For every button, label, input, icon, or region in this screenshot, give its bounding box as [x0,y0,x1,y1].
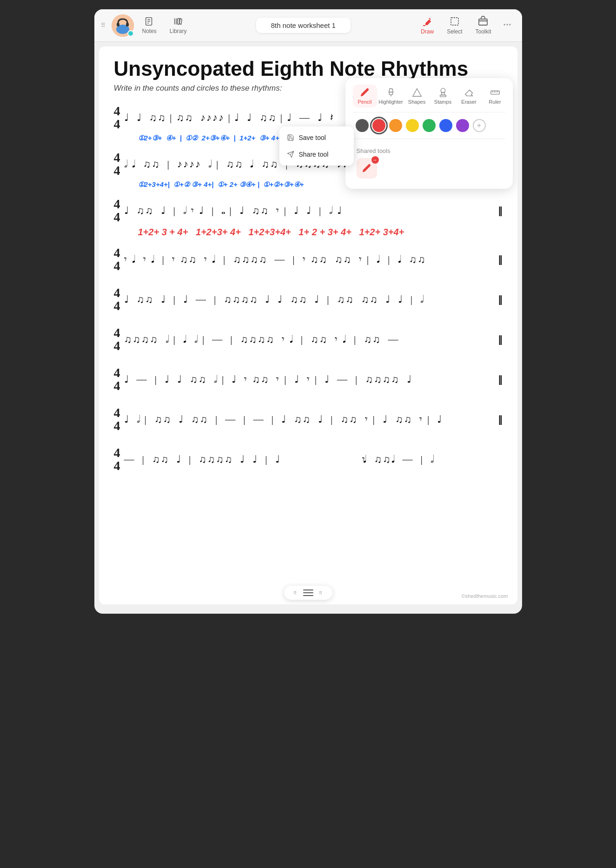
shapes-icon [412,87,422,98]
bottom-bar: ⠿ ⠿ [284,586,332,600]
top-bar: ⠿ [94,9,522,42]
hamburger-menu[interactable] [303,590,313,596]
time-sig-9: 44 [114,446,120,472]
music-row-5: 44 ♩ ♫♫ ♩ | ♩ — | ♫♫♫♫ ♩ ♩ ♫♫ ♩ | ♫♫ ♫♫ … [114,283,503,316]
music-symbols-7: ♩ — | ♩ ♩ ♫♫ 𝅗𝅥 | ♩ 𝄾 ♫♫ 𝄾 | ♩ 𝄾 | ♩ — |… [124,373,496,385]
shared-pencil-tool[interactable]: − [357,158,377,179]
color-swatch-red[interactable] [372,119,385,132]
shared-pencil-icon [362,163,372,173]
tools-row: Pencil Highlighter Shapes [353,85,505,107]
time-sig-7: 44 [114,366,120,392]
more-options-button[interactable] [499,17,516,34]
nav-toolkit[interactable]: Toolkit [470,13,497,38]
tab-title-bar: 8th note worksheet 1 [195,18,412,33]
more-icon [503,20,512,29]
music-row-3: 44 ♩ ♫♫ ♩ | 𝅗𝅥 𝄾 ♩ | 𝅝 | ♩ ♫♫ 𝄾 | ♩ ♩ | … [114,194,503,227]
nav-notes[interactable]: Notes [138,13,161,37]
nav-notes-label: Notes [142,28,157,34]
time-sig-6: 44 [114,326,120,352]
music-symbols-6: ♫♫♫♫ 𝅗𝅥 | ♩ 𝅗𝅥 | — | ♫♫♫♫ 𝄾 ♩ | ♫♫ 𝄾 ♩ |… [124,333,496,345]
highlighter-tool[interactable]: Highlighter [379,85,403,107]
nav-select[interactable]: Select [441,13,468,38]
toolkit-icon [477,16,489,27]
app-container: ⠿ [94,9,522,614]
color-swatch-purple[interactable] [456,119,469,132]
color-swatch-gray[interactable] [356,119,369,132]
ruler-tool[interactable]: Ruler [483,85,507,107]
content-area: Unsyncopated Eighth Note Rhythms Write i… [99,46,517,604]
time-sig-1: 44 [114,105,120,131]
music-row-6: 44 ♫♫♫♫ 𝅗𝅥 | ♩ 𝅗𝅥 | — | ♫♫♫♫ 𝄾 ♩ | ♫♫ 𝄾 … [114,323,503,356]
time-sig-5: 44 [114,286,120,312]
music-symbols-9: — | ♫♫ ♩ | ♫♫♫♫ ♩ ♩ | ♩ [124,453,313,465]
save-icon [287,134,294,141]
annotation-row-3: 1+2+ 3 + 4+ 1+2+3+ 4+ 1+2+3+4+ 1+ 2 + 3+… [114,227,503,238]
stamps-label: Stamps [434,99,451,105]
avatar[interactable] [112,14,134,37]
highlighter-icon [386,87,396,98]
eraser-label: Eraser [461,99,476,105]
document-tab[interactable]: 8th note worksheet 1 [256,18,351,33]
svg-point-16 [503,24,505,25]
avatar-status-badge [127,30,134,37]
double-bar-6: ‖ [498,334,503,345]
save-tool-item[interactable]: Save tool [279,129,354,146]
ruler-label: Ruler [489,99,501,105]
time-sig-8: 44 [114,406,120,432]
notes-icon [144,16,154,27]
music-symbols-8: ♩ 𝅗𝅥 | ♫♫ ♩ ♫♫ | — | — | ♩ ♫♫ ♩ | ♫♫ 𝄾 |… [124,413,496,425]
time-sig-2: 44 [114,151,120,177]
svg-marker-21 [412,89,421,97]
double-bar-5: ‖ [498,294,503,305]
draw-icon [422,16,433,27]
shapes-tool[interactable]: Shapes [405,85,429,107]
svg-rect-5 [126,23,129,27]
stamps-tool[interactable]: Stamps [431,85,455,107]
color-swatch-orange[interactable] [389,119,402,132]
time-sig-4: 44 [114,246,120,272]
nav-draw-label: Draw [421,28,434,35]
double-bar-4: ‖ [498,254,503,265]
drag-dots-left: ⠿ [293,590,298,596]
color-swatches-row: + [353,117,505,134]
music-symbols-9b: 𝄾♩ ♫♫♩ — | 𝅗𝅥 [313,453,503,465]
music-symbols-3: ♩ ♫♫ ♩ | 𝅗𝅥 𝄾 ♩ | 𝅝 | ♩ ♫♫ 𝄾 | ♩ ♩ | 𝅗𝅥 … [124,205,496,217]
share-icon [287,151,294,158]
music-symbols-4: 𝄾 ♩ 𝄾 ♩ | 𝄾 ♫♫ 𝄾 ♩ | ♫♫♫♫ — | 𝄾 ♫♫ ♫♫ 𝄾 … [124,253,496,265]
stamps-icon [438,87,448,98]
toolbar-divider [353,112,505,113]
double-bar-8: ‖ [498,414,503,425]
eraser-tool[interactable]: Eraser [457,85,481,107]
pencil-tool[interactable]: Pencil [353,85,377,107]
remove-shared-tool-button[interactable]: − [371,156,379,164]
pencil-icon [360,87,370,98]
ruler-icon [490,87,500,98]
color-swatch-yellow[interactable] [406,119,419,132]
share-tool-item[interactable]: Share tool [279,146,354,163]
music-symbols-5: ♩ ♫♫ ♩ | ♩ — | ♫♫♫♫ ♩ ♩ ♫♫ ♩ | ♫♫ ♫♫ ♩ ♩… [124,293,496,305]
svg-rect-4 [117,23,119,27]
double-bar-3: ‖ [498,205,503,216]
color-swatch-green[interactable] [423,119,436,132]
copyright: ©shedthemusic.com [462,593,508,599]
music-row-7: 44 ♩ — | ♩ ♩ ♫♫ 𝅗𝅥 | ♩ 𝄾 ♫♫ 𝄾 | ♩ 𝄾 | ♩ … [114,363,503,396]
pencil-label: Pencil [358,99,372,105]
nav-library[interactable]: Library [165,13,192,37]
toolbar-divider-2 [353,139,505,139]
svg-point-17 [506,24,508,25]
nav-draw[interactable]: Draw [415,13,439,38]
nav-library-label: Library [170,28,187,34]
drag-dots-right: ⠿ [319,590,323,596]
context-menu: Save tool Share tool [279,126,354,166]
time-sig-3: 44 [114,198,120,224]
nav-select-label: Select [447,28,462,35]
nav-toolkit-label: Toolkit [475,28,491,35]
svg-rect-24 [490,91,499,94]
save-tool-label: Save tool [299,134,326,141]
share-tool-label: Share tool [299,151,329,158]
drawing-toolbar: Pencil Highlighter Shapes [345,78,513,189]
music-row-4: 44 𝄾 ♩ 𝄾 ♩ | 𝄾 ♫♫ 𝄾 ♩ | ♫♫♫♫ — | 𝄾 ♫♫ ♫♫… [114,243,503,276]
color-swatch-blue[interactable] [439,119,452,132]
add-color-button[interactable]: + [473,119,486,132]
document-title: 8th note worksheet 1 [271,21,336,29]
